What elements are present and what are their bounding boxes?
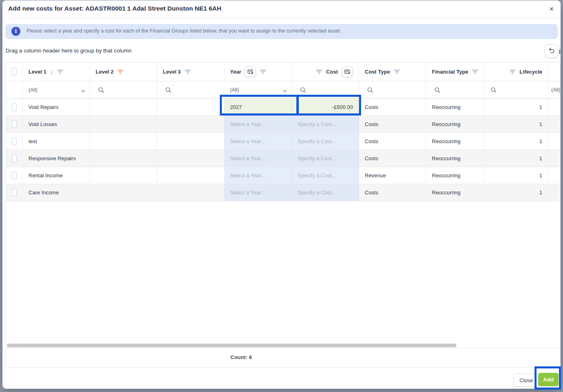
column-header-lifecycle[interactable]: Lifecycle — [485, 63, 548, 81]
table-row: Void Losses Select a Year... Specify a C… — [6, 116, 560, 133]
horizontal-scrollbar[interactable] — [7, 344, 456, 347]
grid-summary-row: Count: 6 — [6, 348, 560, 367]
table-row: Care Income Select a Year... Specify a C… — [6, 184, 560, 201]
column-header-level3[interactable]: Level 3 — [157, 63, 224, 81]
cell-lifecycle: 1 — [485, 184, 548, 201]
cell-cost-editor[interactable]: Specify a Cost... — [292, 184, 359, 201]
batch-edit-icon[interactable] — [245, 67, 256, 77]
table-row: Rental Income Select a Year... Specify a… — [6, 167, 560, 184]
header-filter-icon[interactable] — [394, 69, 400, 74]
filter-year-select[interactable]: (All) — [224, 81, 292, 98]
filter-level2-search[interactable] — [90, 81, 157, 98]
filter-cost-search[interactable] — [292, 81, 359, 98]
batch-edit-icon[interactable] — [342, 67, 353, 77]
cell-financial-type: Reoccurring — [426, 150, 485, 167]
column-header-financial-type[interactable]: Financial Type — [426, 63, 485, 81]
row-checkbox[interactable] — [12, 137, 17, 145]
cell-lifecycle: 1 — [485, 133, 548, 150]
add-costs-dialog: Add new costs for Asset: ADASTR0001 1 Ad… — [2, 0, 561, 389]
cell-level1: Void Losses — [23, 116, 90, 133]
row-checkbox[interactable] — [12, 120, 17, 128]
revert-changes-button[interactable] — [545, 44, 558, 58]
info-banner-text: Please select a year and specify a cost … — [26, 28, 341, 34]
cell-cost-editor[interactable]: Specify a Cost... — [292, 116, 359, 133]
dialog-title-bar: Add new costs for Asset: ADASTR0001 1 Ad… — [2, 0, 561, 18]
column-header-cost-type[interactable]: Cost Type — [359, 63, 426, 81]
cell-cost-type: Costs — [359, 133, 426, 150]
header-filter-icon[interactable] — [260, 69, 266, 74]
row-checkbox[interactable] — [12, 155, 17, 162]
header-filter-icon[interactable] — [509, 69, 516, 74]
cell-year-editor[interactable]: Select a Year... — [224, 150, 292, 167]
cell-cost-editor[interactable]: Specify a Cost... — [292, 150, 359, 167]
cell-financial-type: Reoccurring — [426, 99, 485, 115]
sort-asc-icon[interactable]: ↓ — [50, 68, 53, 75]
filter-overflow-select[interactable]: (All) — [548, 81, 561, 98]
filter-level3-search[interactable] — [157, 81, 224, 98]
row-checkbox[interactable] — [12, 189, 17, 196]
column-header-overflow — [548, 63, 561, 81]
cell-cost-type: Costs — [359, 116, 426, 133]
cell-lifecycle: 1 — [485, 116, 548, 133]
search-icon — [367, 87, 373, 93]
search-icon — [434, 87, 440, 93]
header-filter-icon[interactable] — [472, 69, 478, 74]
row-checkbox[interactable] — [12, 172, 17, 179]
search-icon — [165, 87, 171, 93]
column-header-level2[interactable]: Level 2 — [90, 63, 157, 81]
column-header-cost[interactable]: Cost — [292, 63, 359, 81]
select-all-checkbox[interactable] — [12, 68, 17, 76]
filter-lifecycle-search[interactable] — [485, 81, 548, 98]
cell-year-editor[interactable]: Select a Year... — [224, 133, 292, 150]
add-button[interactable]: Add — [538, 373, 559, 386]
row-count-label: Count: 6 — [230, 354, 252, 360]
chevron-down-icon — [81, 88, 85, 94]
cell-cost-edited[interactable]: -£500.00 — [292, 99, 359, 115]
table-row: Void Repairs 2027 -£500.00 Costs Reoccur… — [6, 99, 560, 116]
grid-header-row: Level 1 ↓ Level 2 Level 3 Year — [6, 63, 560, 81]
cell-cost-editor[interactable]: Specify a Cost... — [292, 133, 359, 150]
cell-cost-type: Revenue — [359, 167, 426, 184]
cell-year-editor[interactable]: Select a Year... — [224, 167, 292, 184]
header-filter-icon[interactable] — [57, 69, 64, 74]
group-panel-hint: Drag a column header here to group by th… — [6, 48, 131, 54]
grid-filter-row: (All) (All) — [6, 81, 560, 99]
cell-financial-type: Reoccurring — [426, 167, 485, 184]
cell-level1: Care Income — [23, 184, 90, 201]
cell-financial-type: Reoccurring — [426, 116, 485, 133]
info-icon: i — [11, 27, 20, 36]
cell-year-editor[interactable]: Select a Year... — [224, 116, 292, 133]
search-icon — [491, 87, 497, 93]
cell-level1: test — [23, 133, 90, 150]
cell-level1: Rental Income — [23, 167, 90, 184]
row-checkbox[interactable] — [12, 103, 17, 111]
column-header-year[interactable]: Year — [224, 63, 292, 81]
header-filter-icon-active[interactable] — [117, 69, 124, 74]
column-header-level1[interactable]: Level 1 ↓ — [23, 63, 90, 81]
header-filter-icon[interactable] — [184, 69, 191, 74]
cell-cost-type: Costs — [359, 184, 426, 201]
cell-lifecycle: 1 — [485, 150, 548, 167]
undo-icon — [548, 47, 555, 55]
cell-lifecycle: 1 — [485, 99, 548, 115]
cell-financial-type: Reoccurring — [426, 133, 485, 150]
filter-financial-type-search[interactable] — [426, 81, 485, 98]
cell-year-edited[interactable]: 2027 — [224, 99, 292, 115]
cell-cost-editor[interactable]: Specify a Cost... — [292, 167, 359, 184]
clipped-edge-text: p — [559, 47, 561, 54]
table-row: test Select a Year... Specify a Cost... … — [6, 133, 560, 150]
cell-level1: Responsive Repairs — [23, 150, 90, 167]
filter-cost-type-search[interactable] — [359, 81, 426, 98]
close-icon[interactable]: × — [549, 4, 554, 14]
filter-level1-select[interactable]: (All) — [23, 81, 90, 98]
cell-year-editor[interactable]: Select a Year... — [224, 184, 292, 201]
table-row: Responsive Repairs Select a Year... Spec… — [6, 150, 560, 167]
info-banner: i Please select a year and specify a cos… — [5, 24, 558, 39]
select-all-cell — [6, 63, 23, 81]
close-button[interactable]: Close — [514, 374, 539, 387]
cell-cost-type: Costs — [359, 99, 426, 115]
chevron-down-icon — [283, 88, 287, 94]
cell-lifecycle: 1 — [485, 167, 548, 184]
header-filter-icon[interactable] — [316, 69, 322, 74]
cell-level1: Void Repairs — [23, 99, 90, 115]
